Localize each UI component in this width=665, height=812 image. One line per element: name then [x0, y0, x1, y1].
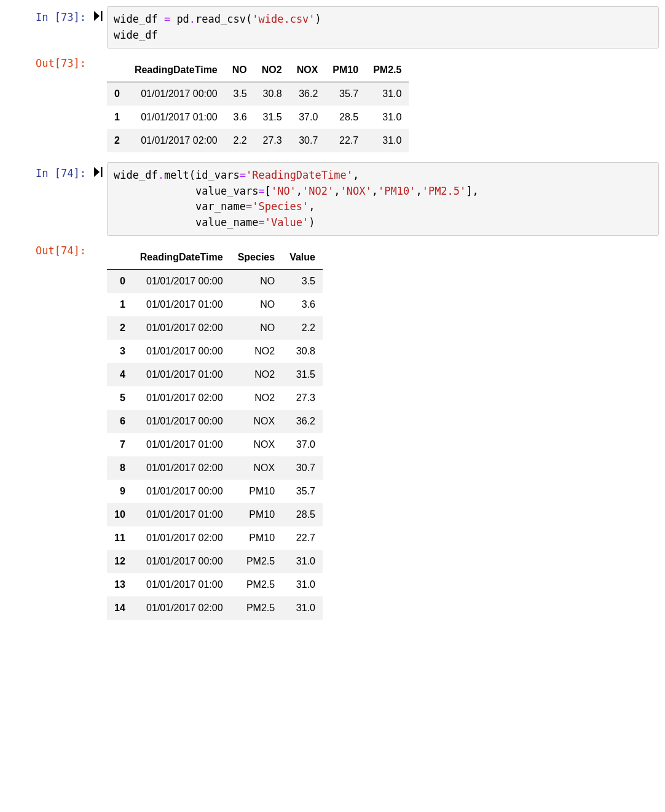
row-index: 6 [107, 410, 133, 433]
table-row: 801/01/2017 02:00NOX30.7 [107, 456, 323, 480]
code-token: . [189, 13, 195, 25]
table-cell: 01/01/2017 01:00 [133, 363, 230, 386]
table-cell: 30.7 [289, 129, 326, 152]
table-cell: 3.6 [282, 293, 323, 316]
table-cell: 01/01/2017 01:00 [127, 106, 225, 129]
table-cell: NOX [230, 456, 282, 480]
table-cell: 01/01/2017 02:00 [127, 129, 225, 152]
table-row: 601/01/2017 00:00NOX36.2 [107, 410, 323, 433]
column-header: ReadingDateTime [127, 58, 225, 82]
output-area: ReadingDateTimeNONO2NOXPM10PM2.5001/01/2… [107, 52, 659, 158]
row-index: 12 [107, 550, 133, 573]
code-input[interactable]: wide_df.melt(id_vars='ReadingDateTime', … [107, 162, 659, 236]
table-cell: PM10 [230, 526, 282, 550]
table-cell: 36.2 [289, 82, 326, 106]
table-cell: 01/01/2017 02:00 [133, 526, 230, 550]
table-cell: PM2.5 [230, 573, 282, 596]
table-cell: 01/01/2017 00:00 [127, 82, 225, 106]
code-token: , [372, 185, 378, 197]
code-token: 'PM10' [378, 185, 415, 197]
table-cell: 01/01/2017 00:00 [133, 480, 230, 503]
table-cell: 01/01/2017 02:00 [133, 316, 230, 340]
table-cell: 3.5 [282, 270, 323, 294]
dataframe-output: ReadingDateTimeNONO2NOXPM10PM2.5001/01/2… [107, 58, 409, 152]
column-header: PM10 [325, 58, 366, 82]
run-cell-icon[interactable] [90, 162, 107, 236]
column-header: ReadingDateTime [133, 246, 230, 270]
table-cell: 28.5 [282, 503, 323, 526]
code-token: [ [265, 185, 271, 197]
svg-marker-2 [94, 167, 100, 177]
table-cell: 30.8 [254, 82, 289, 106]
row-index: 13 [107, 573, 133, 596]
index-header [107, 58, 127, 82]
svg-marker-0 [94, 11, 100, 21]
table-row: 201/01/2017 02:002.227.330.722.731.0 [107, 129, 409, 152]
output-prompt: Out[74]: [6, 240, 90, 626]
table-cell: 37.0 [289, 106, 326, 129]
output-prompt: Out[73]: [6, 52, 90, 158]
row-index: 0 [107, 82, 127, 106]
table-cell: 01/01/2017 00:00 [133, 270, 230, 294]
row-index: 3 [107, 340, 133, 363]
table-cell: 31.0 [366, 82, 409, 106]
table-cell: 2.2 [225, 129, 254, 152]
table-cell: 01/01/2017 01:00 [133, 293, 230, 316]
row-index: 11 [107, 526, 133, 550]
code-input[interactable]: wide_df = pd.read_csv('wide.csv') wide_d… [107, 6, 659, 49]
table-cell: 37.0 [282, 433, 323, 456]
code-token: 'wide.csv' [252, 13, 315, 25]
code-token: = [164, 13, 170, 25]
jupyter-notebook: In [73]:wide_df = pd.read_csv('wide.csv'… [6, 6, 659, 626]
code-token: 'NO2' [302, 185, 334, 197]
svg-rect-3 [101, 167, 103, 177]
table-row: 401/01/2017 01:00NO231.5 [107, 363, 323, 386]
output-cell: Out[74]:ReadingDateTimeSpeciesValue001/0… [6, 240, 659, 626]
row-index: 1 [107, 106, 127, 129]
table-cell: NO2 [230, 340, 282, 363]
table-row: 001/01/2017 00:003.530.836.235.731.0 [107, 82, 409, 106]
code-token: wide_df [114, 169, 158, 181]
svg-rect-1 [101, 11, 103, 21]
table-cell: PM10 [230, 503, 282, 526]
spacer [90, 52, 107, 158]
code-token: melt(id_vars [164, 169, 240, 181]
table-cell: 01/01/2017 02:00 [133, 386, 230, 410]
table-row: 701/01/2017 01:00NOX37.0 [107, 433, 323, 456]
table-cell: 01/01/2017 00:00 [133, 340, 230, 363]
code-token: ) [309, 216, 315, 228]
code-token: , [415, 185, 422, 197]
table-cell: NO [230, 316, 282, 340]
table-cell: PM10 [230, 480, 282, 503]
row-index: 4 [107, 363, 133, 386]
table-cell: 31.0 [282, 573, 323, 596]
column-header: NO2 [254, 58, 289, 82]
code-token: 'ReadingDateTime' [246, 169, 353, 181]
table-cell: 3.5 [225, 82, 254, 106]
table-cell: 31.0 [366, 129, 409, 152]
table-cell: 01/01/2017 00:00 [133, 550, 230, 573]
table-row: 101/01/2017 01:003.631.537.028.531.0 [107, 106, 409, 129]
code-token: , [296, 185, 302, 197]
code-token: , [334, 185, 340, 197]
code-token: 'NO' [271, 185, 296, 197]
code-token: wide_df [114, 13, 164, 25]
table-cell: 28.5 [325, 106, 366, 129]
row-index: 2 [107, 129, 127, 152]
row-index: 7 [107, 433, 133, 456]
row-index: 0 [107, 270, 133, 294]
table-cell: 01/01/2017 01:00 [133, 503, 230, 526]
table-cell: PM2.5 [230, 596, 282, 620]
table-cell: NO [230, 270, 282, 294]
table-cell: 31.5 [282, 363, 323, 386]
table-cell: 22.7 [282, 526, 323, 550]
code-token: = [240, 169, 246, 181]
table-row: 001/01/2017 00:00NO3.5 [107, 270, 323, 294]
run-cell-icon[interactable] [90, 6, 107, 49]
code-token: . [158, 169, 164, 181]
input-prompt: In [74]: [6, 162, 90, 236]
table-cell: 22.7 [325, 129, 366, 152]
table-cell: NO2 [230, 363, 282, 386]
row-index: 5 [107, 386, 133, 410]
table-cell: 01/01/2017 01:00 [133, 573, 230, 596]
